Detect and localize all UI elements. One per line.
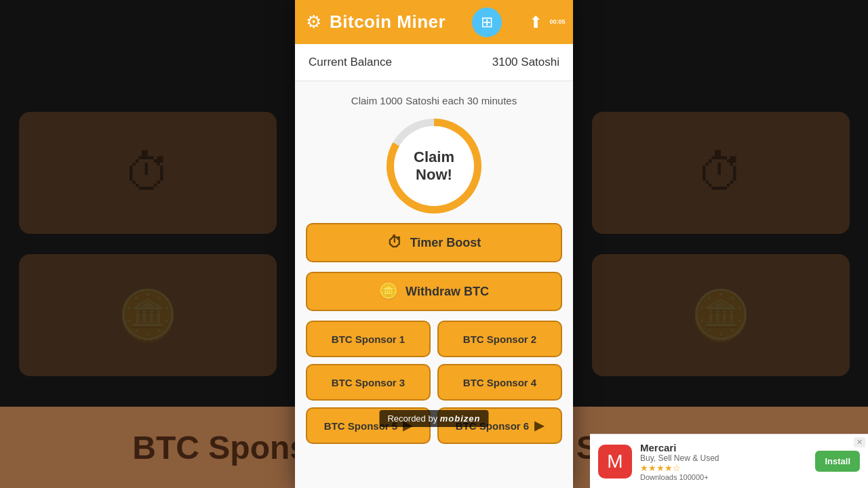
- bg-card-wallet: 🪙: [19, 254, 277, 376]
- balance-bar: Current Balance 3100 Satoshi: [295, 44, 573, 81]
- grid-icon: ⊞: [481, 14, 493, 31]
- bg-wallet-icon: 🪙: [117, 287, 178, 344]
- grid-button[interactable]: ⊞: [472, 7, 502, 37]
- sponsor-btn-1[interactable]: BTC Sponsor 1: [306, 321, 431, 357]
- ad-title: Mercari: [640, 442, 807, 453]
- ad-downloads: Downloads 100000+: [640, 473, 807, 481]
- claim-subtitle: Claim 1000 Satoshi each 30 minutes: [351, 95, 517, 106]
- ad-subtitle: Buy, Sell New & Used: [640, 453, 807, 463]
- bg-wallet-icon-right: 🪙: [690, 287, 751, 344]
- ad-install-button[interactable]: Install: [815, 451, 860, 472]
- ad-banner: M Mercari Buy, Sell New & Used ★★★★☆ Dow…: [590, 434, 868, 488]
- timer-boost-label: Timer Boost: [410, 236, 481, 250]
- balance-label: Current Balance: [309, 56, 392, 69]
- bg-card-timer-right: ⏱: [592, 112, 850, 234]
- play-icon-6: ▶: [534, 418, 544, 433]
- sponsor-2-label: BTC Sponsor 2: [463, 333, 536, 345]
- timer-boost-icon: ⏱: [387, 234, 402, 251]
- header-left: ⚙ Bitcoin Miner: [306, 12, 446, 33]
- ad-app-icon: M: [598, 445, 632, 479]
- sponsor-1-label: BTC Sponsor 1: [332, 333, 405, 345]
- sponsor-4-label: BTC Sponsor 4: [463, 377, 536, 388]
- ad-text-block: Mercari Buy, Sell New & Used ★★★★☆ Downl…: [640, 442, 807, 481]
- bg-timer-icon-right: ⏱: [696, 145, 745, 201]
- sponsor-btn-2[interactable]: BTC Sponsor 2: [437, 321, 562, 357]
- app-header: ⚙ Bitcoin Miner ⊞ ⬆ ♥: [295, 0, 573, 44]
- ad-icon-letter: M: [607, 451, 623, 472]
- sponsor-btn-3[interactable]: BTC Sponsor 3: [306, 364, 431, 401]
- app-title: Bitcoin Miner: [330, 12, 446, 33]
- bg-card-wallet-right: 🪙: [592, 254, 850, 376]
- ad-stars: ★★★★☆: [640, 463, 807, 473]
- mobizen-recorded-text: Recorded by: [387, 413, 437, 424]
- ad-close-button[interactable]: ✕: [854, 437, 865, 447]
- bg-card-timer: ⏱: [19, 112, 277, 234]
- withdraw-btc-button[interactable]: 🪙 Withdraw BTC: [306, 272, 562, 311]
- mobizen-timer-badge: 00:05: [542, 7, 572, 37]
- main-content: Claim 1000 Satoshi each 30 minutes Claim…: [295, 81, 573, 488]
- sponsor-3-label: BTC Sponsor 3: [332, 377, 405, 388]
- mobizen-timer-text: 00:05: [549, 18, 565, 25]
- claim-now-text: ClaimNow!: [414, 148, 454, 184]
- sponsor-btn-4[interactable]: BTC Sponsor 4: [437, 364, 562, 401]
- bg-timer-icon: ⏱: [123, 145, 172, 201]
- mobizen-watermark: Recorded by mobizen: [379, 410, 488, 427]
- claim-circle-inner: ClaimNow!: [394, 126, 474, 206]
- mobizen-brand: mobizen: [440, 413, 481, 424]
- wallet-icon: 🪙: [379, 283, 397, 300]
- withdraw-btc-label: Withdraw BTC: [406, 285, 489, 299]
- claim-button[interactable]: ClaimNow!: [387, 119, 481, 214]
- timer-boost-button[interactable]: ⏱ Timer Boost: [306, 223, 562, 262]
- settings-icon[interactable]: ⚙: [306, 12, 321, 33]
- share-icon[interactable]: ⬆: [529, 13, 542, 32]
- balance-value: 3100 Satoshi: [492, 56, 559, 69]
